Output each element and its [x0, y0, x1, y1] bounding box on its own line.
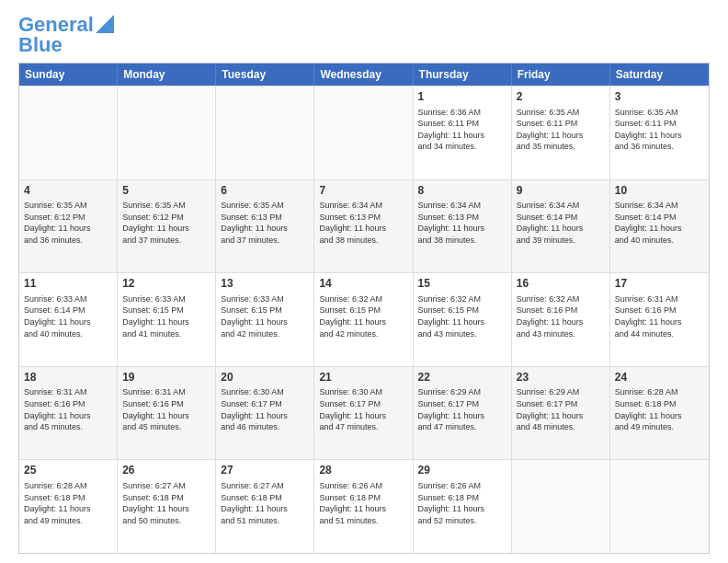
day-number: 27	[221, 464, 309, 478]
day-number: 4	[24, 184, 112, 199]
calendar-day-4: 4Sunrise: 6:35 AM Sunset: 6:12 PM Daylig…	[19, 180, 118, 273]
calendar-header: SundayMondayTuesdayWednesdayThursdayFrid…	[19, 63, 709, 86]
calendar-day-9: 9Sunrise: 6:34 AM Sunset: 6:14 PM Daylig…	[512, 180, 610, 273]
day-info: Sunrise: 6:35 AM Sunset: 6:11 PM Dayligh…	[615, 107, 704, 153]
day-number: 9	[517, 184, 605, 199]
calendar-day-1: 1Sunrise: 6:36 AM Sunset: 6:11 PM Daylig…	[414, 86, 512, 179]
logo: General Blue	[18, 15, 114, 55]
day-info: Sunrise: 6:31 AM Sunset: 6:16 PM Dayligh…	[122, 386, 210, 432]
calendar-day-3: 3Sunrise: 6:35 AM Sunset: 6:11 PM Daylig…	[610, 86, 709, 179]
day-info: Sunrise: 6:35 AM Sunset: 6:12 PM Dayligh…	[122, 200, 210, 246]
calendar-empty-cell	[118, 86, 216, 179]
header-day-friday: Friday	[512, 63, 610, 86]
day-info: Sunrise: 6:34 AM Sunset: 6:13 PM Dayligh…	[319, 200, 407, 246]
logo-text-line1: General	[18, 15, 94, 35]
day-info: Sunrise: 6:26 AM Sunset: 6:18 PM Dayligh…	[319, 480, 407, 526]
day-info: Sunrise: 6:26 AM Sunset: 6:18 PM Dayligh…	[418, 480, 506, 526]
calendar-day-16: 16Sunrise: 6:32 AM Sunset: 6:16 PM Dayli…	[512, 273, 610, 366]
day-number: 24	[615, 371, 704, 385]
calendar: SundayMondayTuesdayWednesdayThursdayFrid…	[18, 63, 710, 554]
logo-text-line2: Blue	[18, 35, 63, 55]
day-info: Sunrise: 6:27 AM Sunset: 6:18 PM Dayligh…	[221, 480, 309, 526]
calendar-day-15: 15Sunrise: 6:32 AM Sunset: 6:15 PM Dayli…	[414, 273, 512, 366]
day-info: Sunrise: 6:31 AM Sunset: 6:16 PM Dayligh…	[24, 386, 112, 432]
day-info: Sunrise: 6:30 AM Sunset: 6:17 PM Dayligh…	[221, 386, 309, 432]
day-info: Sunrise: 6:31 AM Sunset: 6:16 PM Dayligh…	[615, 293, 704, 339]
calendar-day-13: 13Sunrise: 6:33 AM Sunset: 6:15 PM Dayli…	[216, 273, 314, 366]
day-number: 8	[418, 184, 506, 199]
header-day-wednesday: Wednesday	[314, 63, 413, 86]
day-number: 20	[221, 371, 309, 385]
day-info: Sunrise: 6:32 AM Sunset: 6:15 PM Dayligh…	[319, 293, 407, 339]
day-info: Sunrise: 6:34 AM Sunset: 6:14 PM Dayligh…	[615, 200, 704, 246]
calendar-day-14: 14Sunrise: 6:32 AM Sunset: 6:15 PM Dayli…	[314, 273, 413, 366]
day-number: 11	[24, 277, 112, 292]
calendar-day-19: 19Sunrise: 6:31 AM Sunset: 6:16 PM Dayli…	[118, 367, 216, 460]
day-number: 12	[122, 277, 210, 292]
calendar-row-1: 1Sunrise: 6:36 AM Sunset: 6:11 PM Daylig…	[19, 86, 709, 179]
day-number: 17	[615, 277, 704, 292]
calendar-row-5: 25Sunrise: 6:28 AM Sunset: 6:18 PM Dayli…	[19, 459, 709, 553]
header-day-thursday: Thursday	[414, 63, 512, 86]
day-info: Sunrise: 6:29 AM Sunset: 6:17 PM Dayligh…	[517, 386, 605, 432]
day-number: 3	[615, 90, 704, 105]
header-day-saturday: Saturday	[610, 63, 709, 86]
calendar-day-12: 12Sunrise: 6:33 AM Sunset: 6:15 PM Dayli…	[118, 273, 216, 366]
day-number: 19	[122, 371, 210, 385]
calendar-day-11: 11Sunrise: 6:33 AM Sunset: 6:14 PM Dayli…	[19, 273, 118, 366]
header-day-sunday: Sunday	[19, 63, 118, 86]
day-info: Sunrise: 6:27 AM Sunset: 6:18 PM Dayligh…	[122, 480, 210, 526]
day-number: 6	[221, 184, 309, 199]
calendar-day-25: 25Sunrise: 6:28 AM Sunset: 6:18 PM Dayli…	[19, 460, 118, 553]
day-number: 21	[319, 371, 407, 385]
day-info: Sunrise: 6:33 AM Sunset: 6:15 PM Dayligh…	[221, 293, 309, 339]
day-info: Sunrise: 6:28 AM Sunset: 6:18 PM Dayligh…	[615, 386, 704, 432]
day-number: 14	[319, 277, 407, 292]
svg-marker-0	[96, 15, 114, 33]
logo-triangle-icon	[96, 15, 114, 33]
calendar-empty-cell	[512, 460, 610, 553]
day-number: 29	[418, 464, 506, 478]
calendar-day-29: 29Sunrise: 6:26 AM Sunset: 6:18 PM Dayli…	[414, 460, 512, 553]
day-info: Sunrise: 6:35 AM Sunset: 6:13 PM Dayligh…	[221, 200, 309, 246]
day-info: Sunrise: 6:29 AM Sunset: 6:17 PM Dayligh…	[418, 386, 506, 432]
day-number: 15	[418, 277, 506, 292]
day-info: Sunrise: 6:35 AM Sunset: 6:12 PM Dayligh…	[24, 200, 112, 246]
day-info: Sunrise: 6:36 AM Sunset: 6:11 PM Dayligh…	[418, 107, 506, 153]
calendar-row-3: 11Sunrise: 6:33 AM Sunset: 6:14 PM Dayli…	[19, 272, 709, 366]
day-info: Sunrise: 6:30 AM Sunset: 6:17 PM Dayligh…	[319, 386, 407, 432]
calendar-day-5: 5Sunrise: 6:35 AM Sunset: 6:12 PM Daylig…	[118, 180, 216, 273]
day-number: 23	[517, 371, 605, 385]
calendar-day-20: 20Sunrise: 6:30 AM Sunset: 6:17 PM Dayli…	[216, 367, 314, 460]
day-info: Sunrise: 6:34 AM Sunset: 6:13 PM Dayligh…	[418, 200, 506, 246]
day-number: 10	[615, 184, 704, 199]
day-number: 1	[418, 90, 506, 105]
day-number: 22	[418, 371, 506, 385]
calendar-day-10: 10Sunrise: 6:34 AM Sunset: 6:14 PM Dayli…	[610, 180, 709, 273]
calendar-empty-cell	[216, 86, 314, 179]
calendar-day-2: 2Sunrise: 6:35 AM Sunset: 6:11 PM Daylig…	[512, 86, 610, 179]
calendar-empty-cell	[19, 86, 118, 179]
day-number: 25	[24, 464, 112, 478]
day-info: Sunrise: 6:35 AM Sunset: 6:11 PM Dayligh…	[517, 107, 605, 153]
day-info: Sunrise: 6:32 AM Sunset: 6:16 PM Dayligh…	[517, 293, 605, 339]
calendar-day-28: 28Sunrise: 6:26 AM Sunset: 6:18 PM Dayli…	[314, 460, 413, 553]
calendar-day-18: 18Sunrise: 6:31 AM Sunset: 6:16 PM Dayli…	[19, 367, 118, 460]
calendar-day-24: 24Sunrise: 6:28 AM Sunset: 6:18 PM Dayli…	[610, 367, 709, 460]
day-number: 16	[517, 277, 605, 292]
calendar-empty-cell	[314, 86, 413, 179]
day-number: 5	[122, 184, 210, 199]
day-number: 26	[122, 464, 210, 478]
calendar-day-21: 21Sunrise: 6:30 AM Sunset: 6:17 PM Dayli…	[314, 367, 413, 460]
day-number: 7	[319, 184, 407, 199]
calendar-row-4: 18Sunrise: 6:31 AM Sunset: 6:16 PM Dayli…	[19, 366, 709, 460]
calendar-day-6: 6Sunrise: 6:35 AM Sunset: 6:13 PM Daylig…	[216, 180, 314, 273]
day-number: 18	[24, 371, 112, 385]
day-number: 2	[517, 90, 605, 105]
day-number: 28	[319, 464, 407, 478]
day-info: Sunrise: 6:28 AM Sunset: 6:18 PM Dayligh…	[24, 480, 112, 526]
header-day-tuesday: Tuesday	[216, 63, 314, 86]
day-info: Sunrise: 6:34 AM Sunset: 6:14 PM Dayligh…	[517, 200, 605, 246]
header-day-monday: Monday	[118, 63, 216, 86]
day-info: Sunrise: 6:33 AM Sunset: 6:15 PM Dayligh…	[122, 293, 210, 339]
